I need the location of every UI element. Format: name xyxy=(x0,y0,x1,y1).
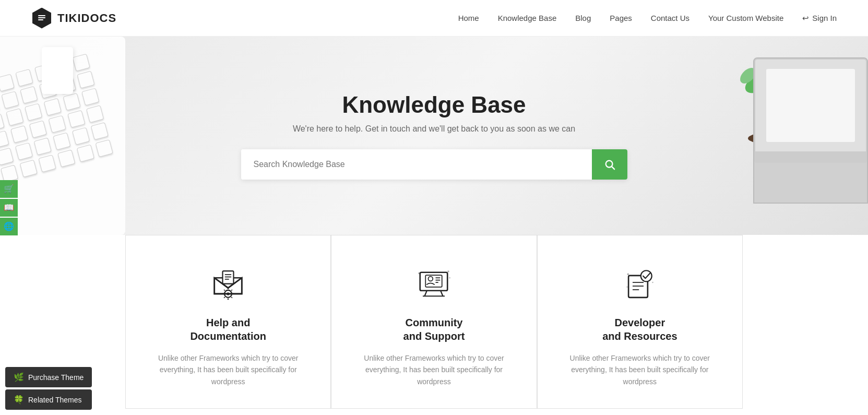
sidebar-globe-btn[interactable]: 🌐 xyxy=(0,218,18,235)
svg-rect-28 xyxy=(426,275,443,287)
search-icon xyxy=(604,159,615,170)
signin-icon: ↩ xyxy=(802,14,809,23)
related-themes-btn[interactable]: 🍀 Related Themes xyxy=(5,389,92,409)
svg-point-41 xyxy=(627,274,629,276)
svg-point-33 xyxy=(419,272,421,275)
bottom-buttons: 🌿 Purchase Theme 🍀 Related Themes xyxy=(0,362,97,409)
cards-section: Help andDocumentation Unlike other Frame… xyxy=(0,235,868,409)
card-1-text: Unlike other Frameworks which try to cov… xyxy=(147,352,310,387)
svg-point-29 xyxy=(429,277,433,281)
left-sidebar: 🛒 📖 🌐 xyxy=(0,180,18,235)
card-1-title: Help andDocumentation xyxy=(147,316,310,343)
svg-rect-0 xyxy=(38,15,45,16)
hero-card-decoration xyxy=(42,47,73,94)
card-community-support: Communityand Support Unlike other Framew… xyxy=(331,235,537,409)
nav-blog[interactable]: Blog xyxy=(575,14,591,22)
svg-line-26 xyxy=(441,291,443,297)
related-themes-icon: 🍀 xyxy=(14,395,24,405)
sidebar-book-btn[interactable]: 📖 xyxy=(0,199,18,217)
developer-resources-icon xyxy=(558,262,721,303)
brand-logo[interactable]: TIKIDOCS xyxy=(31,8,116,29)
community-support-icon xyxy=(352,262,515,303)
navbar: TIKIDOCS Home Knowledge Base Blog Pages … xyxy=(0,0,868,37)
hero-section: Knowledge Base We're here to help. Get i… xyxy=(0,37,868,235)
search-button[interactable] xyxy=(592,149,627,180)
signin-button[interactable]: ↩ Sign In xyxy=(802,14,837,23)
laptop-decoration xyxy=(753,57,868,204)
purchase-theme-icon: 🌿 xyxy=(14,372,24,382)
hero-content: Knowledge Base We're here to help. Get i… xyxy=(241,92,627,180)
svg-point-43 xyxy=(626,286,628,288)
search-bar xyxy=(241,149,627,180)
card-help-documentation: Help andDocumentation Unlike other Frame… xyxy=(125,235,331,409)
sidebar-cart-btn[interactable]: 🛒 xyxy=(0,180,18,198)
purchase-theme-btn[interactable]: 🌿 Purchase Theme xyxy=(5,367,92,387)
svg-point-23 xyxy=(227,292,230,295)
signin-label: Sign In xyxy=(812,14,837,22)
nav-knowledge-base[interactable]: Knowledge Base xyxy=(498,14,557,22)
svg-rect-1 xyxy=(38,17,45,18)
svg-point-35 xyxy=(449,277,451,279)
hero-subtitle: We're here to help. Get in touch and we'… xyxy=(241,124,627,134)
brand-icon xyxy=(31,8,52,29)
svg-line-17 xyxy=(612,167,614,169)
card-developer-resources: Developerand Resources Unlike other Fram… xyxy=(537,235,743,409)
purchase-theme-label: Purchase Theme xyxy=(28,373,84,382)
nav-home[interactable]: Home xyxy=(458,14,479,22)
svg-rect-2 xyxy=(38,19,43,20)
nav-custom-website[interactable]: Your Custom Website xyxy=(708,14,783,22)
hero-title: Knowledge Base xyxy=(241,92,627,118)
related-themes-label: Related Themes xyxy=(28,396,81,404)
nav-contact[interactable]: Contact Us xyxy=(651,14,689,22)
card-3-title: Developerand Resources xyxy=(558,316,721,343)
brand-name: TIKIDOCS xyxy=(57,11,116,25)
nav-links: Home Knowledge Base Blog Pages Contact U… xyxy=(458,14,837,23)
help-documentation-icon xyxy=(147,262,310,303)
svg-point-42 xyxy=(652,282,653,283)
svg-point-40 xyxy=(641,270,652,281)
card-2-text: Unlike other Frameworks which try to cov… xyxy=(352,352,515,387)
svg-point-34 xyxy=(448,270,450,272)
card-3-text: Unlike other Frameworks which try to cov… xyxy=(558,352,721,387)
svg-line-25 xyxy=(425,291,427,297)
nav-pages[interactable]: Pages xyxy=(610,14,632,22)
search-input[interactable] xyxy=(241,149,592,180)
card-2-title: Communityand Support xyxy=(352,316,515,343)
